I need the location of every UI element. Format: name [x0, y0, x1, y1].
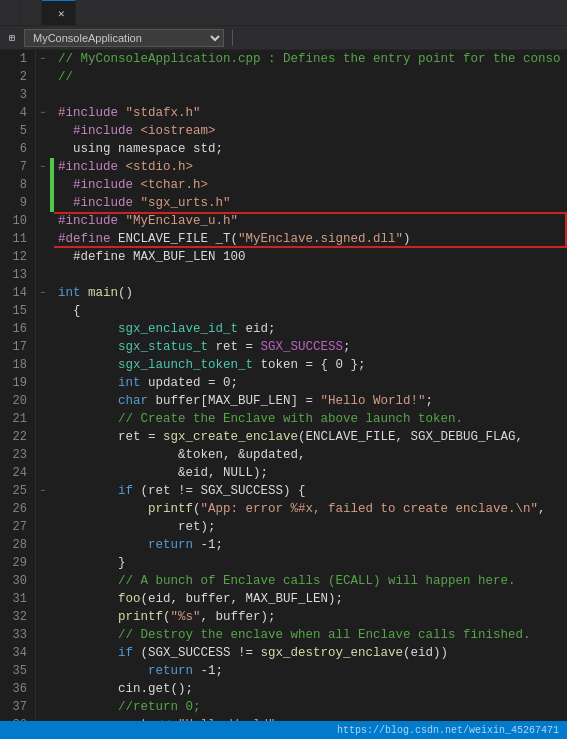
- code-line: if (SGX_SUCCESS != sgx_destroy_enclave(e…: [58, 644, 567, 662]
- tab-myconsoleapplication-cpp[interactable]: ✕: [42, 0, 76, 25]
- line-number: 35: [0, 662, 27, 680]
- code-token: ret =: [58, 428, 163, 446]
- project-selector[interactable]: MyConsoleApplication: [24, 29, 224, 47]
- line-number: 32: [0, 608, 27, 626]
- code-line: cin.get();: [58, 680, 567, 698]
- code-token: // A bunch of Enclave calls (ECALL) will…: [118, 572, 516, 590]
- collapse-marker: [36, 302, 50, 320]
- code-token: "MyEnclave_u.h": [126, 212, 239, 230]
- line-number: 2: [0, 68, 27, 86]
- line-number: 24: [0, 464, 27, 482]
- collapse-marker: [36, 86, 50, 104]
- code-token: char: [118, 392, 148, 410]
- watermark-text: https://blog.csdn.net/weixin_45267471: [337, 725, 559, 736]
- toolbar: ⊞ MyConsoleApplication: [0, 26, 567, 50]
- code-token: [58, 356, 118, 374]
- collapse-marker: [36, 680, 50, 698]
- line-number: 18: [0, 356, 27, 374]
- collapse-marker[interactable]: −: [36, 158, 50, 176]
- code-line: #include "sgx_urts.h": [58, 194, 567, 212]
- code-token: [58, 482, 118, 500]
- code-token: [58, 572, 118, 590]
- code-token: // Destroy the enclave when all Enclave …: [118, 626, 531, 644]
- code-token: (ret != SGX_SUCCESS) {: [133, 482, 306, 500]
- collapse-marker[interactable]: −: [36, 104, 50, 122]
- code-token: (ENCLAVE_FILE, SGX_DEBUG_FLAG,: [298, 428, 523, 446]
- code-token: [58, 392, 118, 410]
- line-number: 36: [0, 680, 27, 698]
- line-number: 13: [0, 266, 27, 284]
- code-token: [81, 284, 89, 302]
- line-number: 30: [0, 572, 27, 590]
- code-token: #include: [58, 194, 133, 212]
- line-number: 22: [0, 428, 27, 446]
- line-number: 9: [0, 194, 27, 212]
- code-line: //: [58, 68, 567, 86]
- code-token: [58, 500, 148, 518]
- code-token: sgx_status_t: [118, 338, 208, 356]
- code-token: #include: [58, 176, 133, 194]
- code-token: ): [403, 230, 411, 248]
- code-token: &token, &updated,: [58, 446, 306, 464]
- code-token: ENCLAVE_FILE: [111, 230, 216, 248]
- tab-myenclave-cpp[interactable]: [21, 0, 42, 25]
- collapse-marker[interactable]: −: [36, 284, 50, 302]
- code-token: (eid)): [403, 644, 448, 662]
- code-line: printf("App: error %#x, failed to create…: [58, 500, 567, 518]
- code-token: (: [163, 608, 171, 626]
- code-token: "sgx_urts.h": [141, 194, 231, 212]
- code-token: #include: [58, 104, 118, 122]
- code-token: [133, 122, 141, 140]
- code-token: ,: [538, 500, 546, 518]
- toolbar-project-icon: ⊞: [4, 30, 20, 46]
- code-content: // MyConsoleApplication.cpp : Defines th…: [54, 50, 567, 721]
- line-number: 38: [0, 716, 27, 721]
- code-token: sgx_enclave_id_t: [118, 320, 238, 338]
- collapse-marker: [36, 68, 50, 86]
- code-line: }: [58, 554, 567, 572]
- code-token: cin.get();: [58, 680, 193, 698]
- line-number: 17: [0, 338, 27, 356]
- code-token: "App: error %#x, failed to create enclav…: [201, 500, 539, 518]
- collapse-marker: [36, 572, 50, 590]
- collapse-marker: [36, 320, 50, 338]
- code-line: ret = sgx_create_enclave(ENCLAVE_FILE, S…: [58, 428, 567, 446]
- collapse-marker: [36, 716, 50, 721]
- code-line: // Destroy the enclave when all Enclave …: [58, 626, 567, 644]
- code-line: // A bunch of Enclave calls (ECALL) will…: [58, 572, 567, 590]
- code-line: #include "stdafx.h": [58, 104, 567, 122]
- line-number: 14: [0, 284, 27, 302]
- line-number: 11: [0, 230, 27, 248]
- code-token: [58, 410, 118, 428]
- code-token: //return 0;: [118, 698, 201, 716]
- code-token: [58, 536, 148, 554]
- code-token: , buffer);: [201, 608, 276, 626]
- status-bar: https://blog.csdn.net/weixin_45267471: [0, 721, 567, 739]
- line-number: 4: [0, 104, 27, 122]
- collapse-marker: [36, 464, 50, 482]
- collapse-marker[interactable]: −: [36, 50, 50, 68]
- code-line: &eid, NULL);: [58, 464, 567, 482]
- line-numbers: 1234567891011121314151617181920212223242…: [0, 50, 36, 721]
- collapse-marker: [36, 428, 50, 446]
- close-icon[interactable]: ✕: [58, 7, 65, 20]
- code-token: int: [118, 374, 141, 392]
- code-line: #include "MyEnclave_u.h": [58, 212, 567, 230]
- collapse-marker: [36, 230, 50, 248]
- code-token: <iostream>: [141, 122, 216, 140]
- code-token: #include: [58, 122, 133, 140]
- tab-myenclave-edl[interactable]: [0, 0, 21, 25]
- collapse-marker: [36, 518, 50, 536]
- code-token: [58, 590, 118, 608]
- code-token: (eid, buffer, MAX_BUF_LEN);: [141, 590, 344, 608]
- code-token: //: [58, 68, 73, 86]
- code-token: sgx_launch_token_t: [118, 356, 253, 374]
- tab-bar: ✕: [0, 0, 567, 26]
- line-number: 28: [0, 536, 27, 554]
- line-number: 19: [0, 374, 27, 392]
- code-token: ;: [426, 392, 434, 410]
- code-token: [133, 194, 141, 212]
- code-line: #define ENCLAVE_FILE _T("MyEnclave.signe…: [58, 230, 567, 248]
- code-token: [58, 608, 118, 626]
- collapse-marker[interactable]: −: [36, 482, 50, 500]
